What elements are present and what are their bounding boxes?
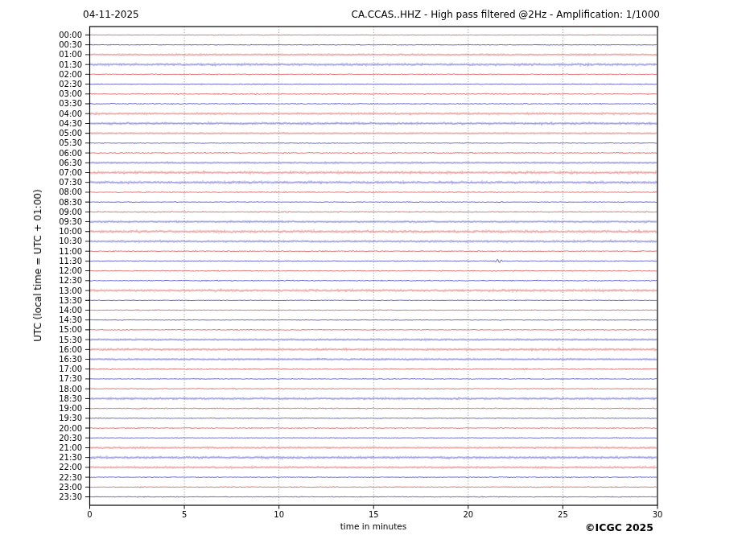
- y-tick-label: 06:00: [47, 149, 82, 158]
- copyright-label: ©ICGC 2025: [585, 521, 653, 533]
- y-tick-label: 11:30: [47, 257, 82, 266]
- y-tick-label: 15:30: [47, 336, 82, 344]
- y-tick-label: 05:00: [47, 129, 82, 138]
- y-tick-label: 20:00: [47, 424, 82, 433]
- y-tick-label: 01:00: [47, 50, 82, 59]
- y-tick-label: 13:30: [47, 296, 82, 305]
- y-tick-label: 07:00: [47, 168, 82, 177]
- y-tick-label: 16:00: [47, 345, 82, 354]
- y-tick-label: 00:30: [47, 40, 82, 49]
- y-tick-label: 08:30: [47, 198, 82, 207]
- x-tick-label: 0: [76, 510, 104, 519]
- plot-title: CA.CCAS..HHZ - High pass filtered @2Hz -…: [352, 9, 660, 20]
- y-tick-label: 10:30: [47, 237, 82, 245]
- x-tick-label: 25: [549, 510, 576, 519]
- y-tick-label: 03:30: [47, 99, 82, 108]
- y-tick-label: 09:00: [47, 208, 82, 216]
- x-tick-label: 5: [171, 510, 198, 519]
- y-tick-label: 18:00: [47, 385, 82, 393]
- date-label: 04-11-2025: [83, 9, 139, 20]
- y-axis-label: UTC (local time = UTC + 01:00): [32, 189, 43, 342]
- x-tick-label: 30: [644, 510, 671, 519]
- y-tick-label: 21:30: [47, 453, 82, 462]
- x-axis-label: time in minutes: [293, 521, 454, 531]
- y-tick-label: 04:00: [47, 109, 82, 118]
- y-tick-label: 08:00: [47, 187, 82, 196]
- y-tick-label: 12:30: [47, 276, 82, 285]
- y-tick-label: 18:30: [47, 394, 82, 403]
- y-tick-label: 10:00: [47, 227, 82, 236]
- y-tick-label: 19:30: [47, 414, 82, 422]
- y-tick-label: 09:30: [47, 217, 82, 226]
- y-tick-label: 00:00: [47, 31, 82, 39]
- y-tick-label: 14:00: [47, 306, 82, 315]
- y-tick-label: 03:00: [47, 89, 82, 98]
- y-tick-label: 04:30: [47, 119, 82, 128]
- y-tick-label: 13:00: [47, 286, 82, 295]
- y-tick-label: 14:30: [47, 315, 82, 324]
- y-tick-label: 19:00: [47, 404, 82, 413]
- seismogram-page: 04-11-2025 CA.CCAS..HHZ - High pass filt…: [0, 0, 746, 560]
- y-tick-label: 05:30: [47, 138, 82, 147]
- x-tick-label: 10: [266, 510, 293, 519]
- y-tick-label: 22:00: [47, 463, 82, 471]
- y-tick-label: 15:00: [47, 325, 82, 334]
- y-tick-label: 22:30: [47, 473, 82, 482]
- y-tick-label: 23:00: [47, 483, 82, 492]
- y-tick-label: 16:30: [47, 355, 82, 364]
- y-tick-label: 17:00: [47, 364, 82, 373]
- helicorder-plot-canvas: [0, 0, 746, 560]
- y-tick-label: 23:30: [47, 492, 82, 501]
- y-tick-label: 11:00: [47, 247, 82, 256]
- y-tick-label: 02:00: [47, 70, 82, 79]
- y-tick-label: 01:30: [47, 60, 82, 69]
- y-tick-label: 17:30: [47, 374, 82, 383]
- y-tick-label: 07:30: [47, 178, 82, 187]
- y-tick-label: 20:30: [47, 434, 82, 443]
- y-tick-label: 12:00: [47, 266, 82, 275]
- y-tick-label: 21:00: [47, 443, 82, 452]
- y-tick-label: 02:30: [47, 80, 82, 89]
- x-tick-label: 20: [455, 510, 482, 519]
- x-tick-label: 15: [360, 510, 387, 519]
- y-tick-label: 06:30: [47, 159, 82, 167]
